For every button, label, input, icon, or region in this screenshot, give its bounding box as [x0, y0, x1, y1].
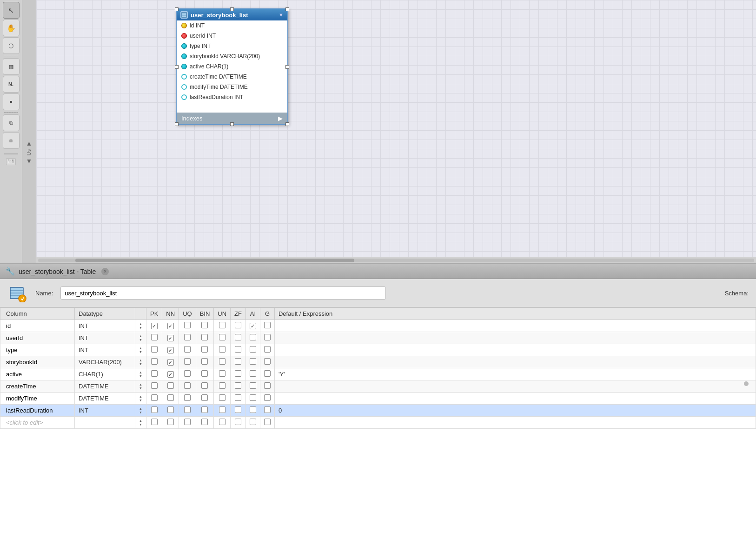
cell-ai-userid[interactable] [245, 332, 260, 344]
canvas-scrollbar[interactable] [36, 257, 756, 263]
table-row[interactable]: storybookId VARCHAR(200) ▲▼ [0, 356, 756, 368]
table-row-placeholder[interactable]: <click to edit> ▲▼ [0, 417, 756, 429]
cell-stepper-lastreadduration[interactable]: ▲▼ [135, 405, 146, 417]
field-row-userid[interactable]: userId INT [177, 31, 287, 41]
cell-pk-modifytime[interactable] [146, 393, 162, 405]
resize-handle-bc[interactable] [230, 122, 234, 126]
cell-nn-createtime[interactable] [162, 380, 179, 393]
cell-stepper-storybookid[interactable]: ▲▼ [135, 356, 146, 368]
cell-bin-id[interactable] [196, 320, 214, 332]
cell-un-placeholder[interactable] [214, 417, 231, 429]
cell-zf-active[interactable] [231, 368, 246, 380]
cell-un-createtime[interactable] [214, 380, 231, 393]
table-row[interactable]: createTime DATETIME ▲▼ [0, 380, 756, 393]
cursor-tool[interactable]: ↖ [3, 2, 20, 19]
cell-zf-placeholder[interactable] [231, 417, 246, 429]
cell-name-storybookid[interactable]: storybookId [0, 356, 75, 368]
cell-ai-storybookid[interactable] [245, 356, 260, 368]
cell-pk-lastreadduration[interactable] [146, 405, 162, 417]
editor-close-btn[interactable]: × [101, 268, 109, 275]
cell-bin-active[interactable] [196, 368, 214, 380]
cell-name-id[interactable]: id [0, 320, 75, 332]
cell-ai-lastreadduration[interactable] [245, 405, 260, 417]
cell-zf-storybookid[interactable] [231, 356, 246, 368]
resize-handle-tr[interactable] [285, 7, 289, 11]
side-arrow-down[interactable]: ▼ [26, 157, 33, 165]
cell-uq-active[interactable] [179, 368, 196, 380]
cell-stepper-userid[interactable]: ▲▼ [135, 332, 146, 344]
field-row-active[interactable]: active CHAR(1) [177, 61, 287, 72]
cell-g-lastreadduration[interactable] [260, 405, 274, 417]
table-row[interactable]: type INT ▲▼ [0, 344, 756, 356]
cell-name-modifytime[interactable]: modifyTime [0, 393, 75, 405]
cell-datatype-createtime[interactable]: DATETIME [75, 380, 135, 393]
cell-nn-userid[interactable] [162, 332, 179, 344]
cell-g-active[interactable] [260, 368, 274, 380]
cell-un-modifytime[interactable] [214, 393, 231, 405]
table-row[interactable]: active CHAR(1) ▲▼ 'Y' [0, 368, 756, 380]
name-input[interactable] [60, 286, 386, 300]
table-header-dropdown[interactable]: ▼ [279, 12, 284, 18]
scrollbar-thumb[interactable] [75, 259, 354, 262]
cell-uq-storybookid[interactable] [179, 356, 196, 368]
n-tool[interactable]: N. [3, 76, 20, 93]
cell-uq-placeholder[interactable] [179, 417, 196, 429]
cell-datatype-id[interactable]: INT [75, 320, 135, 332]
cell-name-userid[interactable]: userId [0, 332, 75, 344]
resize-handle-tl[interactable] [175, 7, 179, 11]
cell-stepper-id[interactable]: ▲▼ [135, 320, 146, 332]
cell-name-lastreadduration[interactable]: lastReadDuration [0, 405, 75, 417]
cell-default-id[interactable] [274, 320, 756, 332]
cell-default-createtime[interactable] [274, 380, 756, 393]
cell-bin-lastreadduration[interactable] [196, 405, 214, 417]
cell-pk-storybookid[interactable] [146, 356, 162, 368]
cell-ai-createtime[interactable] [245, 380, 260, 393]
cell-zf-modifytime[interactable] [231, 393, 246, 405]
cell-bin-modifytime[interactable] [196, 393, 214, 405]
cell-zf-lastreadduration[interactable] [231, 405, 246, 417]
field-row-type[interactable]: type INT [177, 41, 287, 51]
cell-uq-createtime[interactable] [179, 380, 196, 393]
cell-datatype-type[interactable]: INT [75, 344, 135, 356]
cell-un-active[interactable] [214, 368, 231, 380]
cell-bin-placeholder[interactable] [196, 417, 214, 429]
cell-default-modifytime[interactable] [274, 393, 756, 405]
cell-g-placeholder[interactable] [260, 417, 274, 429]
cell-bin-type[interactable] [196, 344, 214, 356]
resize-handle-mr[interactable] [285, 65, 289, 69]
field-row-modifytime[interactable]: modifyTime DATETIME [177, 82, 287, 92]
cell-nn-placeholder[interactable] [162, 417, 179, 429]
cell-ai-id[interactable] [245, 320, 260, 332]
cell-name-active[interactable]: active [0, 368, 75, 380]
cell-name-createtime[interactable]: createTime [0, 380, 75, 393]
cell-stepper-placeholder[interactable]: ▲▼ [135, 417, 146, 429]
cell-uq-modifytime[interactable] [179, 393, 196, 405]
cell-default-userid[interactable] [274, 332, 756, 344]
cell-datatype-modifytime[interactable]: DATETIME [75, 393, 135, 405]
cell-zf-type[interactable] [231, 344, 246, 356]
table-row[interactable]: id INT ▲▼ [0, 320, 756, 332]
new-table-tool[interactable]: ▦ [3, 58, 20, 75]
cell-pk-userid[interactable] [146, 332, 162, 344]
cell-g-userid[interactable] [260, 332, 274, 344]
cell-default-lastreadduration[interactable]: 0 [274, 405, 756, 417]
field-row-storybookid[interactable]: storybookId VARCHAR(200) [177, 51, 287, 61]
resize-handle-br[interactable] [285, 122, 289, 126]
side-arrow-up[interactable]: ▲ [26, 140, 33, 147]
cell-pk-type[interactable] [146, 344, 162, 356]
cell-g-type[interactable] [260, 344, 274, 356]
cell-g-createtime[interactable] [260, 380, 274, 393]
cell-stepper-type[interactable]: ▲▼ [135, 344, 146, 356]
field-row-lastreadduration[interactable]: lastReadDuration INT [177, 92, 287, 102]
cell-un-lastreadduration[interactable] [214, 405, 231, 417]
hand-tool[interactable]: ✋ [3, 20, 20, 36]
cell-zf-createtime[interactable] [231, 380, 246, 393]
cell-g-id[interactable] [260, 320, 274, 332]
cell-name-type[interactable]: type [0, 344, 75, 356]
cell-datatype-placeholder[interactable] [75, 417, 135, 429]
cell-pk-id[interactable] [146, 320, 162, 332]
cell-un-type[interactable] [214, 344, 231, 356]
cell-uq-type[interactable] [179, 344, 196, 356]
resize-handle-ml[interactable] [175, 65, 179, 69]
cell-default-active[interactable]: 'Y' [274, 368, 756, 380]
